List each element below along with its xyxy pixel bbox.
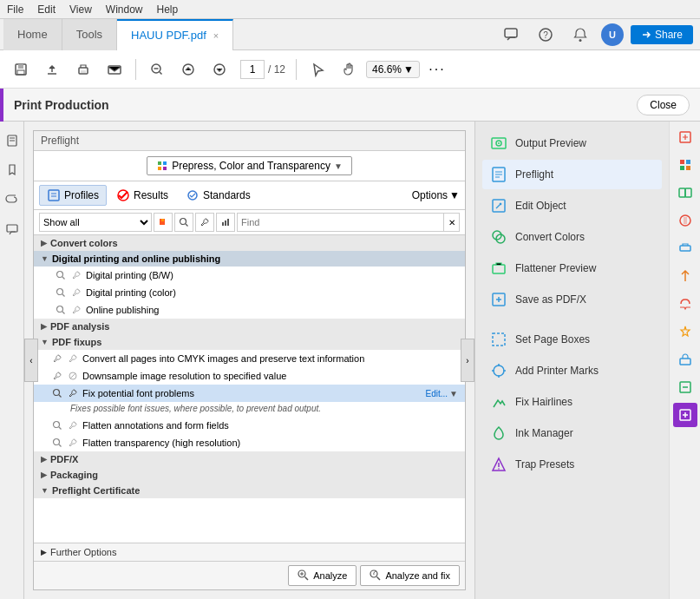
menu-file[interactable]: File	[7, 3, 23, 16]
right-icon-3[interactable]	[673, 181, 697, 205]
nav-up-btn[interactable]	[174, 56, 202, 83]
right-menu-flattener-preview[interactable]: Flattener Preview	[482, 253, 662, 283]
list-item-pdfx[interactable]: ▶ PDF/X	[34, 451, 465, 467]
add-printer-marks-icon	[489, 361, 508, 380]
right-menu-save-pdfx[interactable]: Save as PDF/X	[482, 285, 662, 314]
right-icon-2[interactable]	[673, 153, 697, 177]
right-menu-trap-presets[interactable]: Trap Presets	[482, 450, 662, 479]
right-menu-edit-object[interactable]: Edit Object	[482, 191, 662, 221]
share-button[interactable]: #2ecc71 Share	[631, 25, 693, 44]
chat-icon-btn[interactable]	[497, 21, 525, 49]
left-icon-bookmark[interactable]	[0, 158, 24, 182]
right-menu-output-preview[interactable]: Output Preview	[482, 128, 662, 158]
filter-search-btn[interactable]	[174, 213, 193, 232]
list-item-online-publishing[interactable]: Online publishing	[34, 301, 465, 319]
menu-help[interactable]: Help	[157, 3, 179, 16]
edit-btn[interactable]: Edit...	[426, 389, 448, 398]
filter-chart-btn[interactable]	[216, 213, 235, 232]
upload-btn[interactable]	[38, 56, 66, 83]
list-item-pdf-analysis[interactable]: ▶ PDF analysis	[34, 319, 465, 334]
list-item-cmyk[interactable]: Convert all pages into CMYK images and p…	[34, 350, 465, 367]
search-icon	[55, 304, 67, 316]
right-menu-ink-manager[interactable]: Ink Manager	[482, 418, 662, 448]
right-icon-6[interactable]	[673, 264, 697, 288]
profiles-icon	[47, 188, 61, 202]
list-item-fix-fonts[interactable]: Fix potential font problems Edit... ▼	[34, 385, 465, 402]
filter-icons	[154, 213, 235, 232]
list-item-downsample[interactable]: Downsample image resolution to specified…	[34, 367, 465, 385]
right-menu-preflight[interactable]: Preflight	[482, 160, 662, 189]
right-icon-4[interactable]	[673, 208, 697, 233]
menu-window[interactable]: Window	[106, 3, 143, 16]
menu-view[interactable]: View	[69, 3, 92, 16]
scroll-left-btn[interactable]: ‹	[24, 339, 38, 382]
svg-text:?: ?	[543, 30, 548, 40]
left-icon-comment[interactable]	[0, 217, 24, 241]
tab-tools[interactable]: Tools	[62, 19, 117, 50]
tab-bar: Home Tools HAUU PDF.pdf × ? U #2ecc71 Sh…	[0, 19, 700, 50]
analyze-button[interactable]: Analyze	[288, 565, 357, 586]
right-icon-10[interactable]	[673, 375, 697, 399]
right-icon-8[interactable]	[673, 319, 697, 344]
tab-profiles[interactable]: Profiles	[39, 185, 107, 206]
further-options-label: Further Options	[50, 547, 116, 557]
right-icon-7[interactable]	[673, 292, 697, 316]
find-clear-btn[interactable]: ✕	[444, 213, 460, 232]
bell-icon-btn[interactable]	[566, 21, 594, 49]
options-btn[interactable]: Options ▼	[412, 189, 460, 201]
find-input[interactable]	[237, 213, 444, 232]
page-input[interactable]	[240, 60, 265, 79]
close-button[interactable]: Close	[637, 95, 690, 115]
list-item-digital-bw[interactable]: Digital printing (B/W)	[34, 267, 465, 284]
set-page-boxes-icon	[489, 330, 508, 349]
right-icon-9[interactable]	[673, 347, 697, 372]
save-pdfx-label: Save as PDF/X	[515, 293, 586, 306]
tab-standards[interactable]: Standards	[178, 185, 258, 206]
right-icon-1[interactable]	[673, 125, 697, 149]
list-item-digital-color[interactable]: Digital printing (color)	[34, 284, 465, 301]
left-icon-page[interactable]	[0, 128, 24, 153]
list-item-preflight-certificate[interactable]: ▼ Preflight Certificate	[34, 483, 465, 498]
left-icon-clip[interactable]	[0, 188, 24, 212]
tab-results[interactable]: Results	[108, 185, 176, 206]
further-options-toggle[interactable]: ▶ Further Options	[41, 547, 116, 557]
nav-down-btn[interactable]	[206, 56, 233, 83]
svg-rect-18	[163, 161, 167, 165]
prepress-dropdown-btn[interactable]: Prepress, Color and Transparency ▼	[147, 156, 352, 175]
list-item-convert-colors[interactable]: ▶ Convert colors	[34, 235, 465, 251]
print-btn[interactable]	[69, 56, 97, 83]
menu-edit[interactable]: Edit	[37, 3, 56, 16]
list-item-packaging[interactable]: ▶ Packaging	[34, 467, 465, 483]
right-menu-fix-hairlines[interactable]: Fix Hairlines	[482, 387, 662, 417]
hand-btn[interactable]	[335, 56, 363, 83]
right-menu-convert-colors[interactable]: Convert Colors	[482, 222, 662, 252]
preflight-dropdown[interactable]: Prepress, Color and Transparency ▼	[34, 151, 465, 181]
cursor-btn[interactable]	[304, 56, 331, 83]
right-icon-5[interactable]	[673, 236, 697, 260]
zoom-out-btn[interactable]	[143, 56, 171, 83]
list-item-digital-printing[interactable]: ▼ Digital printing and online publishing	[34, 251, 465, 267]
right-menu-add-printer-marks[interactable]: Add Printer Marks	[482, 356, 662, 385]
fix-fonts-description: Fixes possible font issues, where possib…	[34, 402, 465, 417]
right-icon-active[interactable]	[673, 403, 697, 427]
zoom-selector[interactable]: 46.6% ▼	[366, 61, 420, 78]
email-btn[interactable]	[101, 56, 128, 83]
scroll-right-btn[interactable]: ›	[461, 339, 474, 382]
more-btn[interactable]: ···	[423, 56, 451, 83]
analyze-fix-button[interactable]: Analyze and fix	[360, 565, 460, 586]
help-icon-btn[interactable]: ?	[532, 21, 559, 49]
right-menu-set-page-boxes[interactable]: Set Page Boxes	[482, 325, 662, 354]
filter-flag-btn[interactable]	[154, 213, 173, 232]
list-item-flatten-transparency[interactable]: Flatten transparency (high resolution)	[34, 434, 465, 451]
filter-wrench-btn[interactable]	[195, 213, 214, 232]
list-item-flatten-annotations[interactable]: Flatten annotations and form fields	[34, 417, 465, 434]
save-btn[interactable]	[7, 56, 35, 83]
svg-rect-76	[686, 160, 690, 164]
filter-select[interactable]: Show all	[39, 213, 152, 232]
svg-rect-79	[679, 188, 685, 197]
list-item-pdf-fixups[interactable]: ▼ PDF fixups	[34, 334, 465, 350]
avatar[interactable]: U	[601, 23, 624, 46]
tab-file[interactable]: HAUU PDF.pdf ×	[117, 19, 233, 50]
tab-close-icon[interactable]: ×	[213, 30, 219, 41]
tab-home[interactable]: Home	[3, 19, 62, 50]
